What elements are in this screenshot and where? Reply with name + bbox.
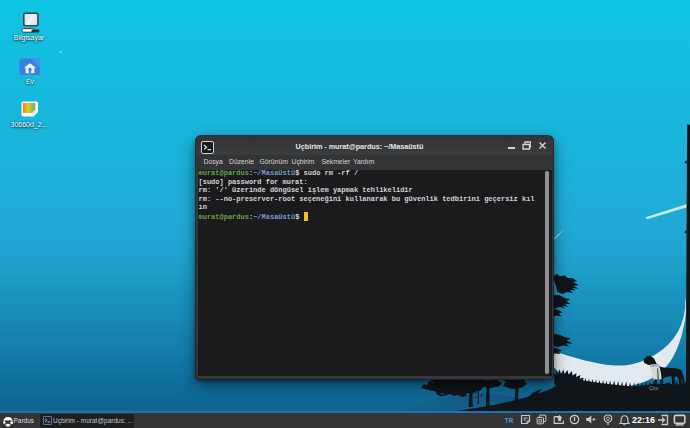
svg-text:Çöo: Çöo	[649, 385, 658, 391]
